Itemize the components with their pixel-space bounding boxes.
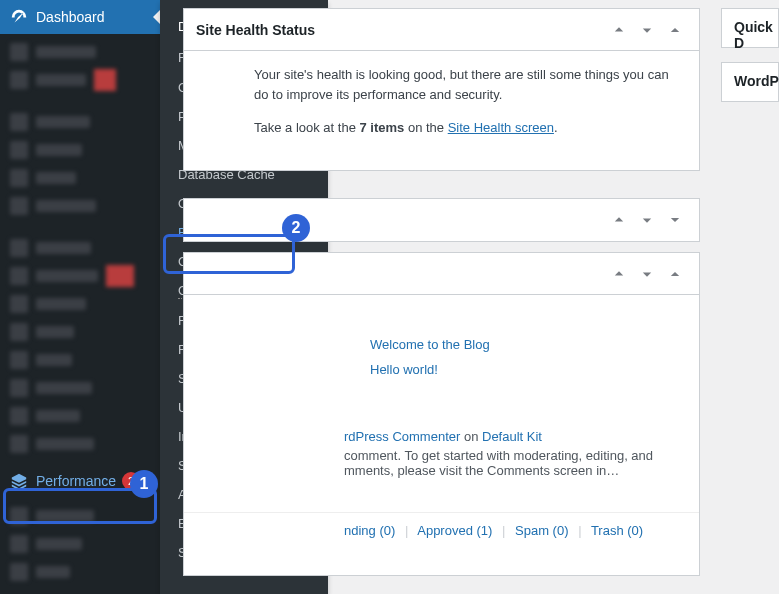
- sidebar-item-dashboard[interactable]: Dashboard: [0, 0, 160, 34]
- toggle-icon[interactable]: [663, 208, 687, 232]
- toggle-icon[interactable]: [663, 18, 687, 42]
- move-up-icon[interactable]: [607, 208, 631, 232]
- performance-icon: [10, 472, 28, 490]
- site-health-header: Site Health Status: [184, 9, 699, 51]
- move-down-icon[interactable]: [635, 262, 659, 286]
- recent-posts: Welcome to the Blog Hello world!: [184, 295, 699, 389]
- step-1-badge: 1: [130, 470, 158, 498]
- sidebar-dashboard-label: Dashboard: [36, 9, 105, 25]
- wp-events-title: WordPre: [734, 73, 779, 89]
- comment-excerpt-1: comment. To get started with moderating,…: [344, 448, 683, 463]
- quick-draft-title: Quick D: [734, 19, 773, 51]
- dashboard-icon: [10, 8, 28, 26]
- move-down-icon[interactable]: [635, 18, 659, 42]
- comment-author-link[interactable]: rdPress Commenter: [344, 429, 460, 444]
- site-health-title: Site Health Status: [196, 22, 315, 38]
- move-down-icon[interactable]: [635, 208, 659, 232]
- wp-events-widget[interactable]: WordPre: [721, 62, 779, 102]
- admin-sidebar: Dashboard Performance 2: [0, 0, 160, 594]
- status-trash[interactable]: Trash (0): [591, 523, 643, 538]
- recent-post-link-2[interactable]: Hello world!: [370, 362, 438, 377]
- site-health-body: Your site's health is looking good, but …: [184, 51, 699, 170]
- sidebar-blurred-group-3: [0, 230, 160, 462]
- move-up-icon[interactable]: [607, 262, 631, 286]
- step-2-badge: 2: [282, 214, 310, 242]
- site-health-widget: Site Health Status Your site's health is…: [183, 8, 700, 171]
- move-up-icon[interactable]: [607, 18, 631, 42]
- status-spam[interactable]: Spam (0): [515, 523, 568, 538]
- status-pending[interactable]: nding (0): [344, 523, 395, 538]
- activity-header: [184, 253, 699, 295]
- comment-status-row: nding (0) | Approved (1) | Spam (0) | Tr…: [184, 512, 699, 548]
- status-approved[interactable]: Approved (1): [417, 523, 492, 538]
- sidebar-blurred-group-1: [0, 34, 160, 98]
- quick-draft-widget[interactable]: Quick D: [721, 8, 779, 48]
- comment-post-link[interactable]: Default Kit: [482, 429, 542, 444]
- comment-excerpt-2: mments, please visit the Comments screen…: [344, 463, 683, 478]
- site-health-text-1: Your site's health is looking good, but …: [254, 65, 683, 104]
- recent-post-link-1[interactable]: Welcome to the Blog: [370, 337, 490, 352]
- site-health-link[interactable]: Site Health screen: [448, 120, 554, 135]
- collapsed-widget-1: [183, 198, 700, 242]
- sidebar-performance-label: Performance: [36, 473, 116, 489]
- sidebar-blurred-group-2: [0, 104, 160, 224]
- sidebar-blurred-group-4: [0, 498, 160, 590]
- recent-comment: rdPress Commenter on Default Kit comment…: [184, 389, 699, 482]
- toggle-icon[interactable]: [663, 262, 687, 286]
- main-content: Site Health Status Your site's health is…: [170, 0, 779, 594]
- widget-controls: [607, 18, 687, 42]
- site-health-text-2: Take a look at the 7 items on the Site H…: [254, 118, 683, 138]
- activity-widget: Welcome to the Blog Hello world! rdPress…: [183, 252, 700, 576]
